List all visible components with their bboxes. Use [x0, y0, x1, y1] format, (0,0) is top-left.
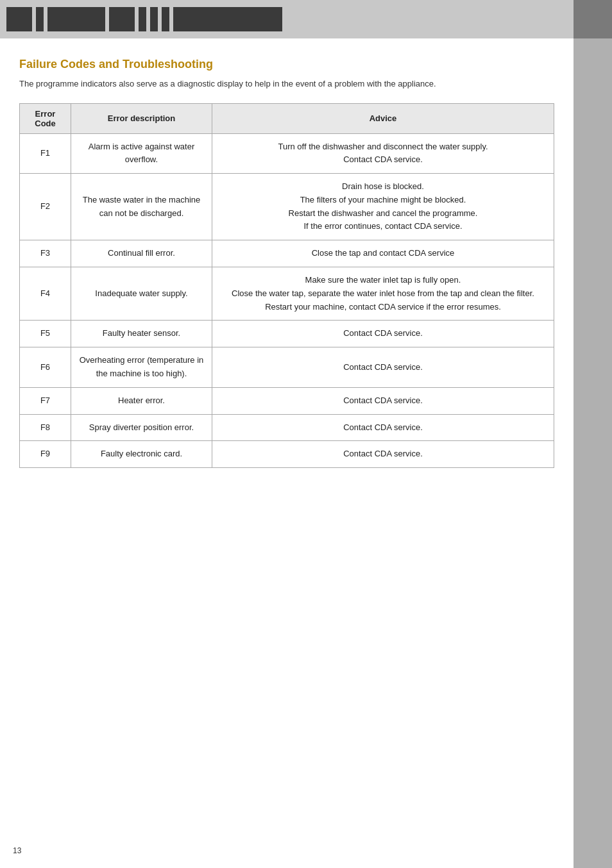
advice-cell: Close the tap and contact CDA service — [212, 240, 554, 267]
page-number: 13 — [13, 846, 21, 855]
header-right-accent — [574, 0, 612, 38]
error-code-cell: F7 — [20, 387, 71, 414]
col-header-desc: Error description — [71, 103, 212, 133]
error-code-cell: F6 — [20, 347, 71, 388]
error-description-cell: Inadequate water supply. — [71, 267, 212, 321]
table-row: F6Overheating error (temperature in the … — [20, 347, 554, 388]
header-square-6 — [150, 7, 158, 31]
error-description-cell: Continual fill error. — [71, 240, 212, 267]
error-description-cell: Spray diverter position error. — [71, 414, 212, 441]
header-bar — [0, 0, 612, 38]
error-code-cell: F5 — [20, 321, 71, 347]
error-description-cell: Faulty heater sensor. — [71, 321, 212, 347]
advice-cell: Contact CDA service. — [212, 441, 554, 468]
main-area: Failure Codes and Troubleshooting The pr… — [0, 38, 574, 868]
advice-cell: Contact CDA service. — [212, 347, 554, 388]
advice-cell: Turn off the dishwasher and disconnect t… — [212, 133, 554, 174]
error-description-cell: The waste water in the machine can not b… — [71, 174, 212, 240]
table-header: Error Code Error description Advice — [20, 103, 554, 133]
error-code-cell: F1 — [20, 133, 71, 174]
table-row: F2The waste water in the machine can not… — [20, 174, 554, 240]
advice-cell: Contact CDA service. — [212, 321, 554, 347]
error-description-cell: Overheating error (temperature in the ma… — [71, 347, 212, 388]
header-square-5 — [139, 7, 146, 31]
table-row: F7Heater error.Contact CDA service. — [20, 387, 554, 414]
header-square-2 — [36, 7, 44, 31]
header-square-4 — [109, 7, 135, 31]
table-row: F5Faulty heater sensor.Contact CDA servi… — [20, 321, 554, 347]
advice-cell: Make sure the water inlet tap is fully o… — [212, 267, 554, 321]
table-row: F9Faulty electronic card.Contact CDA ser… — [20, 441, 554, 468]
error-codes-table: Error Code Error description Advice F1Al… — [19, 103, 554, 469]
error-description-cell: Faulty electronic card. — [71, 441, 212, 468]
table-row: F1Alarm is active against water overflow… — [20, 133, 554, 174]
header-square-7 — [162, 7, 169, 31]
table-row: F3Continual fill error.Close the tap and… — [20, 240, 554, 267]
error-code-cell: F3 — [20, 240, 71, 267]
table-body: F1Alarm is active against water overflow… — [20, 133, 554, 468]
page-content: Failure Codes and Troubleshooting The pr… — [0, 38, 612, 868]
error-code-cell: F8 — [20, 414, 71, 441]
table-row: F4Inadequate water supply.Make sure the … — [20, 267, 554, 321]
right-sidebar — [574, 38, 612, 868]
error-description-cell: Alarm is active against water overflow. — [71, 133, 212, 174]
page-title: Failure Codes and Troubleshooting — [19, 58, 554, 71]
error-code-cell: F9 — [20, 441, 71, 468]
advice-cell: Contact CDA service. — [212, 414, 554, 441]
advice-cell: Contact CDA service. — [212, 387, 554, 414]
header-square-1 — [6, 7, 32, 31]
header-square-3 — [47, 7, 105, 31]
col-header-advice: Advice — [212, 103, 554, 133]
advice-cell: Drain hose is blocked.The filters of you… — [212, 174, 554, 240]
error-description-cell: Heater error. — [71, 387, 212, 414]
error-code-cell: F2 — [20, 174, 71, 240]
error-code-cell: F4 — [20, 267, 71, 321]
col-header-code: Error Code — [20, 103, 71, 133]
intro-text: The programme indicators also serve as a… — [19, 78, 554, 90]
table-row: F8Spray diverter position error.Contact … — [20, 414, 554, 441]
header-square-8 — [173, 7, 282, 31]
